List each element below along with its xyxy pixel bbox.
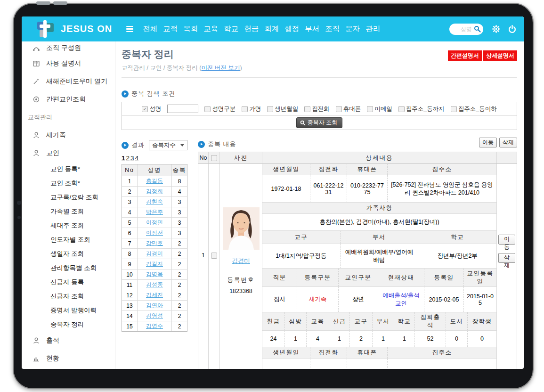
nav-item-education[interactable]: 교육 [201,24,221,34]
select-all-checkbox[interactable] [211,155,217,161]
sidebar-item-status[interactable]: 현황 [22,350,115,368]
sidebar-sub-member-register[interactable]: 교인 등록* [22,162,115,176]
record-delete-button[interactable]: 삭제 [498,253,515,263]
sidebar: 조직 구성원 사용 설명서 새해준비도우미 열기 간편교인조회 교적관리 [22,41,115,369]
member-name-link[interactable]: 이정선 [146,229,163,237]
detail-manual-button[interactable]: 상세설명서 [483,50,517,61]
member-name-link[interactable]: 김성종 [146,281,163,289]
checkbox-icon[interactable] [204,106,211,112]
sidebar-sub-by-householder[interactable]: 세대주 조회 [22,219,115,233]
search-duplicates-button[interactable]: 중복자 조회 [296,117,342,128]
record-checkbox[interactable] [211,253,217,259]
checkbox-mobile[interactable]: 휴대폰 [336,105,361,113]
member-name-link[interactable]: 홍길동 [146,177,163,185]
member-name-link[interactable]: 김경미 [232,257,250,265]
checkbox-address-below-dong[interactable]: 집주소_동이하 [451,105,497,113]
nav-item-records[interactable]: 교적 [160,24,180,34]
page-number-3[interactable]: 3 [130,155,134,162]
breadcrumb-path: 교적관리 / 교인 / 중복자 정리 [122,65,198,71]
checkbox-icon[interactable] [267,106,273,112]
nav-item-all[interactable]: 전체 [140,24,160,34]
checkbox-address-to-dong[interactable]: 집주소_동까지 [398,105,445,113]
sidebar-item-label: 현황 [46,354,59,363]
sidebar-sub-newcomer-search[interactable]: 신급자 조회 [22,289,115,303]
member-name-link[interactable]: 박은주 [146,208,163,216]
page-number-2[interactable]: 2 [126,155,130,162]
delete-button[interactable]: 삭제 [499,138,517,147]
nav-item-management[interactable]: 관리 [363,24,383,34]
sidebar-sub-duplicate-cleanup[interactable]: 중복자 정리 [22,318,115,332]
topbar-search [449,24,483,35]
member-name-link[interactable]: 김현숙 [146,198,163,206]
sidebar-sub-by-birthday[interactable]: 생일자 조회 [22,247,115,261]
nav-item-admin[interactable]: 행정 [282,24,302,34]
search-icon[interactable] [474,25,481,34]
member-name-link[interactable]: 강만호 [146,239,163,247]
member-name-link[interactable]: 김영성 [146,312,163,320]
quick-manual-button[interactable]: 간편설명서 [448,50,482,61]
checkbox-name-type[interactable]: 성명구분 [204,105,235,113]
previous-version-link[interactable]: 이전 버전 보기 [201,65,240,71]
nav-item-school[interactable]: 학교 [221,24,241,34]
checkbox-icon[interactable] [451,106,457,112]
hamburger-menu-icon[interactable] [126,26,133,33]
member-name-link[interactable]: 김영수 [146,322,163,330]
sidebar-sub-parish-roster[interactable]: 교구록/요람 조회 [22,190,115,204]
page-number-1[interactable]: 1 [122,155,125,162]
member-name-link[interactable]: 이정민 [146,219,163,227]
checkbox-icon[interactable] [304,106,310,112]
record-move-button[interactable]: 이동 [498,235,515,245]
member-name-link[interactable]: 김길자 [146,260,163,268]
table-row: 10김명옥2 [122,269,187,279]
book-icon [32,60,40,67]
nav-item-department[interactable]: 부서 [302,24,322,34]
checkbox-alias[interactable]: 가명 [242,105,261,113]
checkbox-home-phone[interactable]: 집전화 [304,105,330,113]
sidebar-item-member[interactable]: 교인 [22,144,115,162]
page-number-4[interactable]: 4 [135,155,139,162]
member-name-link[interactable]: 김명옥 [146,270,163,278]
sidebar-item-org-members[interactable]: 조직 구성원 [22,41,115,55]
sidebar-item-new-family[interactable]: 새가족 [22,126,115,144]
new-family-flag: 새가족 [297,287,339,312]
sidebar-sub-by-family[interactable]: 가족별 조회 [22,204,115,219]
member-name-link[interactable]: 김세진 [146,291,163,299]
nav-item-organization[interactable]: 조직 [322,24,342,34]
power-icon[interactable] [508,25,516,33]
member-name-link[interactable]: 김경미 [146,250,163,258]
jesus-on-cross-logo-icon[interactable] [36,19,56,39]
checkbox-icon[interactable] [142,106,148,112]
member-name-link[interactable]: 김정희 [146,188,163,196]
nav-item-ministry[interactable]: 목회 [180,24,201,34]
sidebar-sub-newcomer-register[interactable]: 신급자 등록 [22,275,115,289]
nav-item-offering[interactable]: 헌금 [241,24,261,34]
duplicate-search-panel: 성명 성명구분 가명 생년월일 집전화 휴대폰 이메일 집주소_동까지 집주소_… [122,102,517,130]
sidebar-sub-by-guide[interactable]: 인도자별 조회 [22,233,115,247]
move-button[interactable]: 이동 [479,138,497,147]
checkbox-icon[interactable] [242,106,248,112]
record-actions-cell: 이동 삭제 [497,164,517,347]
sidebar-item-newyear-helper[interactable]: 새해준비도우미 열기 [22,73,115,90]
checkbox-name[interactable]: 성명 [142,105,161,113]
duplicate-name-input[interactable] [167,105,198,113]
member-name-link[interactable]: 김연아 [146,302,163,310]
nav-item-sms[interactable]: 문자 [342,24,363,34]
checkbox-birthdate[interactable]: 생년월일 [267,105,298,113]
duplicate-count-select[interactable]: 중복자수 [149,140,187,150]
sidebar-item-quick-member-lookup[interactable]: 간편교인조회 [22,90,115,108]
checkbox-email[interactable]: 이메일 [367,105,392,113]
checkbox-icon[interactable] [398,106,405,112]
sidebar-item-user-manual[interactable]: 사용 설명서 [22,55,115,73]
sidebar-sub-by-mgmt-item[interactable]: 관리항목별 조회 [22,261,115,275]
sidebar-sub-member-search[interactable]: 교인 조회* [22,176,115,190]
sidebar-item-attendance[interactable]: 출석 [22,332,115,350]
checkbox-icon[interactable] [336,106,342,112]
info-header-row: 생년월일집전화휴대폰집주소 [262,164,496,175]
nav-item-accounting[interactable]: 회계 [261,24,282,34]
stats-value-row: 241412115200 [262,331,496,347]
checkbox-icon[interactable] [367,106,373,112]
info-header-row: 생년월일집전화휴대폰집주소 [262,347,496,359]
sidebar-sub-certificate-history[interactable]: 증명서 발행이력 [22,303,115,318]
gear-icon[interactable] [492,24,501,33]
person-icon [32,337,40,344]
